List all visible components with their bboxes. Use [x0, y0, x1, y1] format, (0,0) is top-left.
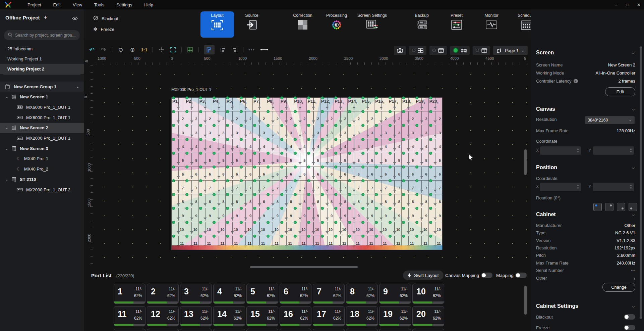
cabinet-cell[interactable]: 11: [199, 236, 212, 250]
minimize-button[interactable]: –: [615, 2, 617, 7]
layout-canvas[interactable]: ↶ ↷ ⊖ ⊕ 1:1: [84, 40, 531, 269]
cabinet-cell[interactable]: P101: [293, 98, 307, 111]
cabinet-cell[interactable]: 2: [388, 111, 402, 125]
cabinet-cell[interactable]: 11: [293, 236, 307, 250]
cabinet-cell[interactable]: 5: [266, 153, 280, 167]
cabinet-blackout-toggle[interactable]: [624, 314, 635, 320]
project-item-2[interactable]: Working Project 1: [0, 54, 84, 64]
freeze-button[interactable]: ❄ Freeze: [93, 25, 118, 34]
cabinet-cell[interactable]: 5: [429, 153, 442, 167]
cabinet-cell[interactable]: 7: [320, 181, 334, 194]
cabinet-cell[interactable]: 6: [402, 167, 415, 181]
cabinet-cell[interactable]: 10: [388, 222, 402, 236]
cabinet-cell[interactable]: 7: [429, 181, 442, 194]
port-card-13[interactable]: 1311/-62%: [180, 306, 212, 326]
cabinet-cell[interactable]: 6: [199, 167, 212, 181]
cabinet-cell[interactable]: 10: [199, 222, 212, 236]
cabinet-cell[interactable]: 7: [388, 181, 402, 194]
rotation-br-button[interactable]: [617, 203, 625, 211]
cabinet-cell[interactable]: 5: [199, 153, 212, 167]
cabinet-cell[interactable]: 9: [280, 208, 293, 222]
cabinet-cell[interactable]: 10: [402, 222, 415, 236]
cabinet-cell[interactable]: 3: [239, 125, 253, 139]
cabinet-cell[interactable]: 7: [212, 181, 226, 194]
chevron-down-icon[interactable]: ⌄: [5, 147, 9, 150]
cabinet-cell[interactable]: 7: [415, 181, 428, 194]
cabinet-cell[interactable]: 7: [307, 181, 320, 194]
chevron-down-icon[interactable]: ⌄: [76, 85, 79, 89]
center-view-icon[interactable]: [158, 46, 165, 53]
cabinet-cell[interactable]: 8: [374, 194, 388, 208]
cabinet-cell[interactable]: 10: [266, 222, 280, 236]
cabinet-cell[interactable]: P11: [172, 98, 185, 111]
cabinet-cell[interactable]: 7: [199, 181, 212, 194]
cabinet-cell[interactable]: 7: [253, 181, 266, 194]
cabinet-cell[interactable]: 9: [415, 208, 428, 222]
cabinet-cell[interactable]: 10: [253, 222, 266, 236]
cabinet-cell[interactable]: 4: [172, 139, 185, 153]
cabinet-cell[interactable]: 3: [253, 125, 266, 139]
cabinet-cell[interactable]: 8: [266, 194, 280, 208]
cabinet-cell[interactable]: 11: [226, 236, 239, 250]
cabinet-cell[interactable]: 11: [239, 236, 253, 250]
module-tab-monitor[interactable]: Monitor: [475, 11, 508, 38]
tree-item-mx6000-pro-1-out-1[interactable]: MX6000 Pro_1_OUT 1: [0, 102, 84, 112]
cabinet-cell[interactable]: 3: [320, 125, 334, 139]
cabinet-cell[interactable]: 8: [212, 194, 226, 208]
cabinet-cell[interactable]: 10: [280, 222, 293, 236]
module-tab-processing[interactable]: Processing: [320, 11, 353, 38]
cabinet-cell[interactable]: 9: [266, 208, 280, 222]
section-cabinet-settings[interactable]: Cabinet Settings ⌵: [536, 303, 635, 309]
cabinet-cell[interactable]: 11: [185, 236, 198, 250]
cabinet-cell[interactable]: 4: [429, 139, 442, 153]
port-card-1[interactable]: 111/-62%: [114, 284, 145, 304]
port-card-3[interactable]: 311/-62%: [180, 284, 212, 304]
cabinet-cell[interactable]: 6: [320, 167, 334, 181]
cabinet-cell[interactable]: 6: [374, 167, 388, 181]
port-card-5[interactable]: 511/-62%: [246, 284, 278, 304]
cabinet-cell[interactable]: 9: [172, 208, 185, 222]
cabinet-cell[interactable]: 9: [334, 208, 347, 222]
port-card-8[interactable]: 811/-62%: [346, 284, 378, 304]
cabinet-cell[interactable]: 4: [334, 139, 347, 153]
cabinet-cell[interactable]: 7: [348, 181, 361, 194]
cabinet-cell[interactable]: 5: [226, 153, 239, 167]
cabinet-cell[interactable]: 3: [415, 125, 428, 139]
grid-toggle-icon[interactable]: [187, 46, 193, 53]
cabinet-cell[interactable]: 6: [172, 167, 185, 181]
cabinet-cell[interactable]: 3: [402, 125, 415, 139]
module-tab-source[interactable]: Source: [235, 11, 269, 38]
cabinet-cell[interactable]: 2: [348, 111, 361, 125]
port-card-2[interactable]: 211/-62%: [147, 284, 179, 304]
port-card-7[interactable]: 711/-62%: [313, 284, 345, 304]
undo-icon[interactable]: ↶: [89, 46, 95, 53]
cabinet-cell[interactable]: 5: [334, 153, 347, 167]
project-item-1[interactable]: 25 Infocomm: [0, 44, 84, 54]
cabinet-cell[interactable]: P91: [280, 98, 293, 111]
position-x-input[interactable]: ▲▼: [540, 183, 581, 191]
port-card-4[interactable]: 411/-62%: [213, 284, 245, 304]
cabinet-cell[interactable]: 6: [293, 167, 307, 181]
menu-item-view[interactable]: View: [73, 2, 82, 7]
cabinet-cell[interactable]: P121: [320, 98, 334, 111]
cabinet-cell[interactable]: 5: [374, 153, 388, 167]
cabinet-cell[interactable]: P181: [402, 98, 415, 111]
cabinet-cell[interactable]: 4: [253, 139, 266, 153]
cabinet-cell[interactable]: 5: [280, 153, 293, 167]
cabinet-cell[interactable]: 8: [226, 194, 239, 208]
cabinet-cell[interactable]: 6: [280, 167, 293, 181]
tree-item-mx2000-pro-1-out-1[interactable]: MX2000 Pro_1_OUT 1: [0, 133, 84, 143]
cabinet-cell[interactable]: 6: [226, 167, 239, 181]
zoom-in-icon[interactable]: ⊕: [129, 46, 136, 53]
module-tab-backup[interactable]: Backup: [405, 11, 438, 38]
cabinet-cell[interactable]: 5: [361, 153, 374, 167]
cabinet-cell[interactable]: 5: [212, 153, 226, 167]
cabinet-freeze-toggle[interactable]: [624, 325, 635, 330]
cabinet-cell[interactable]: 6: [266, 167, 280, 181]
cabinet-cell[interactable]: 2: [429, 111, 442, 125]
cabinet-cell[interactable]: 8: [429, 194, 442, 208]
resolution-dropdown[interactable]: 3840*2160 ⌄: [585, 116, 635, 124]
cabinet-row-value[interactable]: ›: [634, 275, 635, 281]
vertical-scrollbar[interactable]: [524, 149, 527, 175]
cabinet-cell[interactable]: 7: [374, 181, 388, 194]
